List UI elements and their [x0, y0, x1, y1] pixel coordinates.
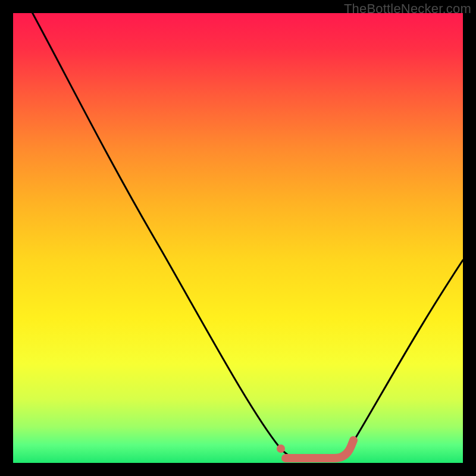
optimal-start-dot [277, 444, 285, 453]
bottleneck-curve [13, 13, 463, 461]
optimal-range-bar [286, 440, 353, 458]
chart-frame: TheBottleNecker.com [0, 0, 476, 476]
chart-plot-area [13, 13, 463, 463]
attribution-text: TheBottleNecker.com [344, 1, 471, 17]
chart-svg [13, 13, 463, 463]
